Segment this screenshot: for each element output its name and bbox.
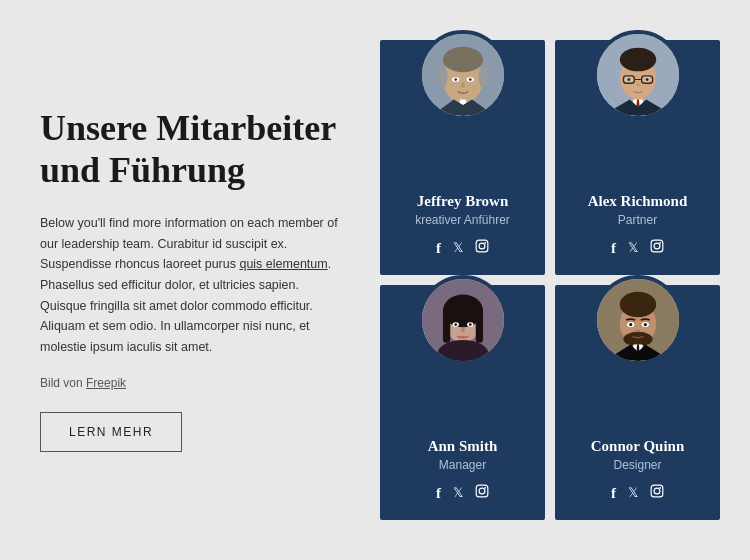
instagram-icon-alex[interactable] [650,239,664,257]
avatar-connor-quinn [593,275,683,365]
freepik-link[interactable]: Freepik [86,376,126,390]
svg-point-47 [479,488,485,494]
twitter-icon-ann[interactable]: 𝕏 [453,485,463,501]
avatar-jeffrey-brown [418,30,508,120]
page: Unsere Mitarbeiter und Führung Below you… [0,0,750,560]
team-card-connor-quinn: Connor Quinn Designer f 𝕏 [555,285,720,520]
social-icons-jeffrey: f 𝕏 [436,239,489,257]
svg-point-21 [619,48,655,72]
svg-point-13 [478,66,487,88]
svg-rect-62 [651,485,663,497]
svg-point-11 [461,82,465,87]
card-content-jeffrey: Jeffrey Brown kreativer Anführer f 𝕏 [415,108,510,257]
instagram-icon-ann[interactable] [475,484,489,502]
svg-point-29 [645,78,648,81]
social-icons-alex: f 𝕏 [611,239,664,257]
avatar-ann-smith [418,275,508,365]
svg-point-43 [454,323,457,326]
svg-point-16 [484,242,486,244]
svg-point-48 [484,487,486,489]
facebook-icon-connor[interactable]: f [611,485,616,502]
team-card-alex-richmond: Alex Richmond Partner f 𝕏 [555,40,720,275]
svg-rect-39 [475,311,482,343]
learn-more-button[interactable]: LERN MEHR [40,412,182,452]
svg-point-28 [627,78,630,81]
social-icons-connor: f 𝕏 [611,484,664,502]
social-icons-ann: f 𝕏 [436,484,489,502]
svg-point-63 [654,488,660,494]
member-name-connor: Connor Quinn [591,438,685,455]
description-text: Below you'll find more information on ea… [40,213,340,357]
facebook-icon-ann[interactable]: f [436,485,441,502]
svg-point-44 [468,323,471,326]
svg-point-10 [468,78,471,81]
twitter-icon-connor[interactable]: 𝕏 [628,485,638,501]
instagram-icon-connor[interactable] [650,484,664,502]
svg-point-12 [438,66,447,88]
svg-rect-38 [442,311,449,343]
facebook-icon-alex[interactable]: f [611,240,616,257]
instagram-icon-jeffrey[interactable] [475,239,489,257]
svg-point-60 [629,323,632,326]
svg-point-15 [479,243,485,249]
svg-rect-14 [476,240,488,252]
member-role-alex: Partner [618,213,657,227]
left-column: Unsere Mitarbeiter und Führung Below you… [40,40,350,520]
card-content-ann: Ann Smith Manager f 𝕏 [428,353,498,502]
avatar-alex-richmond [593,30,683,120]
svg-point-45 [461,328,465,333]
team-card-ann-smith: Ann Smith Manager f 𝕏 [380,285,545,520]
svg-point-64 [659,487,661,489]
member-role-connor: Designer [613,458,661,472]
svg-point-54 [623,332,652,347]
twitter-icon-alex[interactable]: 𝕏 [628,240,638,256]
svg-rect-30 [651,240,663,252]
card-content-connor: Connor Quinn Designer f 𝕏 [591,353,685,502]
team-card-jeffrey-brown: Jeffrey Brown kreativer Anführer f 𝕏 [380,40,545,275]
twitter-icon-jeffrey[interactable]: 𝕏 [453,240,463,256]
page-title: Unsere Mitarbeiter und Führung [40,108,340,191]
svg-point-9 [454,78,457,81]
svg-point-32 [659,242,661,244]
member-role-ann: Manager [439,458,486,472]
card-content-alex: Alex Richmond Partner f 𝕏 [588,108,688,257]
svg-rect-46 [476,485,488,497]
facebook-icon-jeffrey[interactable]: f [436,240,441,257]
member-role-jeffrey: kreativer Anführer [415,213,510,227]
freepik-attribution: Bild von Freepik [40,376,340,390]
svg-point-31 [654,243,660,249]
member-name-jeffrey: Jeffrey Brown [417,193,509,210]
member-name-alex: Alex Richmond [588,193,688,210]
member-name-ann: Ann Smith [428,438,498,455]
svg-point-53 [619,292,655,318]
svg-point-61 [643,323,646,326]
team-grid: Jeffrey Brown kreativer Anführer f 𝕏 [380,40,720,520]
svg-point-4 [442,47,482,73]
